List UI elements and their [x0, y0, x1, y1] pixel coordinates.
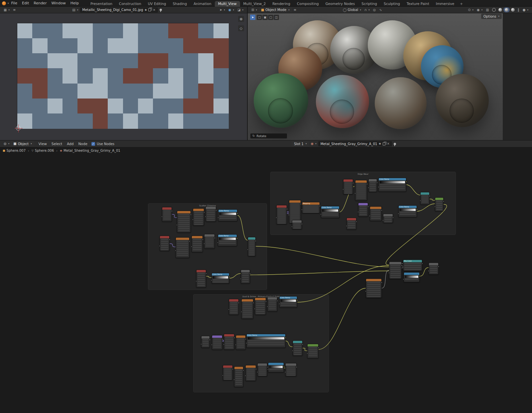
slot-dropdown[interactable]: Slot 1 ▾ — [292, 141, 309, 146]
select-mode-4-button[interactable]: ◫ — [274, 15, 279, 20]
shading-rendered-button[interactable] — [510, 7, 516, 12]
tab-multi-view-2[interactable]: Multi_View_2 — [240, 1, 269, 7]
input-socket[interactable] — [365, 291, 366, 292]
tab-geometry-nodes[interactable]: Geometry Nodes — [322, 1, 358, 7]
shader-node[interactable] — [368, 179, 377, 192]
input-socket[interactable] — [288, 214, 290, 216]
output-socket[interactable] — [214, 237, 215, 239]
input-socket[interactable] — [403, 279, 404, 280]
shader-node[interactable] — [435, 197, 444, 211]
material-name-field[interactable]: Metal_Sheeting_Gray_Grimy_A_01 ◆ × — [318, 141, 392, 146]
tab-texture-paint[interactable]: Texture Paint — [403, 1, 433, 7]
input-socket[interactable] — [241, 311, 242, 312]
output-socket[interactable] — [190, 214, 192, 215]
input-socket[interactable] — [245, 375, 246, 376]
options-button[interactable]: Options ▾ — [481, 14, 502, 19]
shader-node[interactable] — [343, 179, 353, 194]
shader-node[interactable] — [193, 208, 204, 226]
output-socket[interactable] — [286, 208, 288, 210]
add-workspace-button[interactable]: + — [458, 1, 465, 7]
input-socket[interactable] — [342, 189, 344, 190]
output-socket[interactable] — [249, 273, 251, 274]
shader-menu-view[interactable]: View — [36, 141, 49, 146]
shader-node[interactable] — [292, 220, 302, 229]
tab-compositing[interactable]: Compositing — [294, 1, 322, 7]
select-mode-1-button[interactable]: □ — [257, 15, 262, 20]
input-socket[interactable] — [159, 245, 160, 247]
breadcrumb-item[interactable]: ▽Sphere.006 — [32, 149, 54, 152]
input-socket[interactable] — [285, 371, 286, 373]
input-socket[interactable] — [246, 342, 247, 344]
shader-node[interactable] — [162, 207, 172, 222]
shader-node[interactable] — [429, 263, 439, 275]
input-socket[interactable] — [211, 344, 212, 345]
shader-node[interactable] — [201, 336, 210, 348]
tweak-tool-button[interactable]: ➤ — [250, 15, 255, 20]
input-socket[interactable] — [223, 344, 224, 345]
shader-node[interactable] — [160, 236, 170, 251]
copy-material-icon[interactable] — [383, 142, 385, 145]
editor-type-button[interactable]: ⊞▾ — [250, 7, 259, 13]
input-socket[interactable] — [291, 226, 293, 227]
shading-material-button[interactable] — [503, 7, 510, 12]
select-mode-2-button[interactable]: ▣ — [262, 15, 268, 20]
browse-image-button[interactable]: ▤▾ — [70, 7, 80, 13]
output-socket[interactable] — [392, 217, 394, 218]
output-socket[interactable] — [255, 368, 257, 370]
shader-node[interactable] — [383, 214, 393, 223]
shader-node[interactable]: Color Ramp — [218, 234, 237, 246]
output-socket[interactable] — [300, 203, 302, 205]
input-socket[interactable] — [217, 242, 218, 243]
input-socket[interactable] — [428, 270, 429, 272]
input-socket[interactable] — [357, 211, 359, 213]
input-socket[interactable] — [276, 217, 277, 218]
input-socket[interactable] — [354, 193, 356, 194]
shader-menu-select[interactable]: Select — [49, 141, 65, 146]
shader-node[interactable] — [307, 344, 319, 358]
output-socket[interactable] — [171, 210, 173, 212]
shader-node[interactable] — [177, 211, 191, 233]
shader-node[interactable]: Color Ramp — [279, 296, 297, 308]
output-socket[interactable] — [381, 282, 382, 283]
output-socket[interactable] — [419, 276, 420, 277]
show-gizmo-dropdown[interactable]: ⊙▾ — [466, 7, 475, 13]
shader-node[interactable]: Mapping — [302, 202, 320, 213]
menu-file[interactable]: File — [9, 1, 20, 6]
output-socket[interactable] — [236, 238, 238, 239]
shader-node[interactable] — [245, 365, 256, 381]
menu-help[interactable]: Help — [68, 1, 81, 6]
shader-node[interactable] — [192, 236, 203, 252]
unlink-image-icon[interactable]: × — [153, 8, 155, 12]
input-socket[interactable] — [369, 215, 370, 217]
input-socket[interactable] — [175, 250, 176, 251]
shader-node[interactable]: Color Ramp — [211, 273, 229, 284]
image-name-field[interactable]: Metallic_Sheeting_Digi_Camo_01.jpg ◆ × — [80, 7, 158, 13]
input-socket[interactable] — [233, 379, 235, 380]
input-socket[interactable] — [382, 220, 384, 221]
input-socket[interactable] — [257, 371, 258, 373]
input-socket[interactable] — [420, 200, 421, 201]
shader-node[interactable] — [267, 297, 277, 311]
pin-material-button[interactable] — [392, 141, 398, 146]
shader-node[interactable]: Mix Color — [403, 260, 422, 271]
editor-type-button[interactable]: ▦▾ — [2, 7, 11, 13]
output-socket[interactable] — [301, 223, 303, 225]
tab-shading[interactable]: Shading — [169, 1, 190, 7]
input-socket[interactable] — [240, 278, 241, 280]
render-settings-dropdown[interactable]: ●▾ — [521, 7, 530, 13]
tab-uv-editing[interactable]: UV Editing — [145, 1, 170, 7]
shader-node[interactable] — [366, 279, 382, 298]
shader-node[interactable] — [257, 363, 267, 376]
output-socket[interactable] — [367, 206, 369, 207]
view-transform-dropdown[interactable]: ➤▾ — [218, 7, 227, 13]
fake-user-icon[interactable]: ◆ — [379, 142, 381, 145]
output-socket[interactable] — [238, 302, 239, 304]
tab-animation[interactable]: Animation — [190, 1, 215, 7]
output-socket[interactable] — [339, 209, 340, 211]
shader-node[interactable] — [236, 335, 246, 350]
transform-orientation-dropdown[interactable]: ◯ Global ▾ — [341, 7, 363, 13]
menu-render[interactable]: Render — [31, 1, 49, 6]
tab-multi-view[interactable]: Multi_View — [215, 1, 240, 7]
pause-render-button[interactable]: ‖ — [516, 7, 521, 13]
output-socket[interactable] — [229, 276, 230, 278]
